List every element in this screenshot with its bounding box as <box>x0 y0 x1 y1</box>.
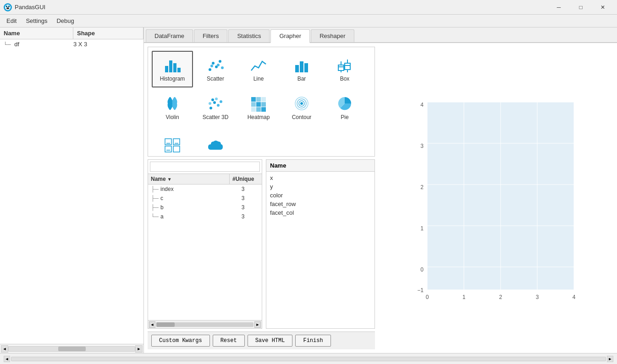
chart-item-pie[interactable]: Pie <box>324 89 365 126</box>
name-item-x[interactable]: x <box>270 174 371 182</box>
svg-point-30 <box>217 104 220 107</box>
reset-button[interactable]: Reset <box>213 335 245 347</box>
status-scroll-right[interactable]: ► <box>607 356 613 362</box>
scatter3d-label: Scatter 3D <box>203 114 229 120</box>
chart-item-bar[interactable]: Bar <box>281 51 322 87</box>
pie-icon <box>335 95 354 112</box>
variable-search-input[interactable] <box>150 162 260 172</box>
svg-rect-6 <box>165 66 168 72</box>
svg-rect-50 <box>165 146 171 152</box>
scroll-right-btn[interactable]: ► <box>135 345 143 353</box>
svg-rect-18 <box>300 61 303 72</box>
main-layout: Name Shape └─ df 3 X 3 ◄ ► DataFrame Fil… <box>0 27 617 353</box>
tab-statistics[interactable]: Statistics <box>228 29 270 42</box>
box-icon <box>335 56 354 74</box>
svg-rect-7 <box>169 60 172 72</box>
var-scroll-track[interactable] <box>156 322 253 327</box>
var-row-index[interactable]: ├─index 3 <box>148 185 262 194</box>
line-icon <box>249 56 268 74</box>
var-scroll-left[interactable]: ◄ <box>149 321 155 328</box>
chart-item-scatter3d[interactable]: Scatter 3D <box>195 89 236 126</box>
chart-item-box[interactable]: Box <box>324 51 365 87</box>
var-col-name: Name ▼ <box>148 174 230 184</box>
box-label: Box <box>340 76 350 82</box>
variable-panel: Name ▼ #Unique ├─index 3 ├─c <box>148 159 262 329</box>
var-name-index: ├─index <box>151 186 227 192</box>
selector-bottom: Name ▼ #Unique ├─index 3 ├─c <box>148 159 375 329</box>
chart-item-line[interactable]: Line <box>238 51 279 87</box>
chart-grid: Histogram <box>152 51 371 157</box>
chart-item-violin[interactable]: Violin <box>152 89 193 126</box>
histogram-icon <box>163 56 182 74</box>
save-html-button[interactable]: Save HTML <box>248 335 293 347</box>
col-header-name: Name <box>0 27 73 39</box>
var-name-b: ├─b <box>151 204 227 211</box>
svg-point-33 <box>209 102 211 105</box>
histogram-label: Histogram <box>160 76 185 82</box>
svg-point-32 <box>220 100 222 103</box>
chart-item-facet[interactable] <box>152 128 193 157</box>
menu-debug[interactable]: Debug <box>52 16 78 26</box>
tab-grapher[interactable]: Grapher <box>270 29 310 43</box>
violin-icon <box>163 95 182 112</box>
close-button[interactable]: ✕ <box>592 0 613 15</box>
facet-icon <box>163 136 182 154</box>
var-scroll-right[interactable]: ► <box>254 321 261 328</box>
name-item-facet-row[interactable]: facet_row <box>270 200 371 208</box>
scroll-left-btn[interactable]: ◄ <box>1 345 8 353</box>
contour-icon <box>292 95 311 112</box>
pie-label: Pie <box>341 114 348 120</box>
svg-text:4: 4 <box>573 294 576 300</box>
svg-rect-43 <box>261 107 266 112</box>
col-header-shape: Shape <box>73 27 143 39</box>
chart-item-scatter[interactable]: Scatter <box>195 51 236 87</box>
menu-edit[interactable]: Edit <box>2 16 21 26</box>
cloud-icon <box>206 136 225 154</box>
sort-arrow[interactable]: ▼ <box>167 177 172 182</box>
svg-rect-37 <box>261 97 266 102</box>
chart-item-cloud[interactable] <box>195 128 236 157</box>
heatmap-icon <box>249 95 268 112</box>
name-item-color[interactable]: color <box>270 191 371 200</box>
menubar: Edit Settings Debug <box>0 15 617 27</box>
name-item-facet-col[interactable]: facet_col <box>270 208 371 217</box>
svg-rect-38 <box>251 102 256 107</box>
minimize-button[interactable]: ─ <box>548 0 569 15</box>
svg-point-15 <box>217 64 220 66</box>
svg-point-31 <box>211 98 214 101</box>
var-name-c: ├─c <box>151 195 227 201</box>
var-row-a[interactable]: └─a 3 <box>148 212 262 221</box>
menu-settings[interactable]: Settings <box>21 16 52 26</box>
chart-item-contour[interactable]: Contour <box>281 89 322 126</box>
custom-kwargs-button[interactable]: Custom Kwargs <box>151 335 210 347</box>
name-panel: Name x y color facet_row facet_col <box>266 159 375 329</box>
var-row-b[interactable]: ├─b 3 <box>148 203 262 212</box>
svg-text:0: 0 <box>426 294 429 300</box>
var-scroll-thumb[interactable] <box>156 322 175 327</box>
tab-dataframe[interactable]: DataFrame <box>146 29 193 42</box>
svg-point-14 <box>210 65 213 67</box>
left-panel-header: Name Shape <box>0 27 143 39</box>
tree-icon: └─ <box>4 42 11 47</box>
tab-reshaper[interactable]: Reshaper <box>311 29 354 42</box>
df-shape: 3 X 3 <box>73 41 140 48</box>
left-panel: Name Shape └─ df 3 X 3 ◄ ► <box>0 27 144 353</box>
tab-filters[interactable]: Filters <box>194 29 227 42</box>
name-item-y[interactable]: y <box>270 182 371 191</box>
finish-button[interactable]: Finish <box>295 335 331 347</box>
chart-grid-container[interactable]: Histogram <box>148 47 375 157</box>
status-scroll-track[interactable] <box>11 357 606 361</box>
scatter3d-icon <box>206 95 225 112</box>
tab-bar: DataFrame Filters Statistics Grapher Res… <box>144 27 617 43</box>
chart-item-heatmap[interactable]: Heatmap <box>238 89 279 126</box>
panda-icon <box>4 3 12 11</box>
svg-rect-17 <box>295 65 299 72</box>
statusbar: ◄ ► <box>0 353 617 364</box>
chart-item-histogram[interactable]: Histogram <box>152 51 193 87</box>
restore-button[interactable]: □ <box>570 0 591 15</box>
status-scroll-left[interactable]: ◄ <box>4 356 10 362</box>
hscroll-thumb[interactable] <box>58 347 86 351</box>
var-row-c[interactable]: ├─c 3 <box>148 194 262 203</box>
hscroll-track[interactable] <box>8 346 135 352</box>
dataframe-row-df[interactable]: └─ df 3 X 3 <box>0 39 143 49</box>
